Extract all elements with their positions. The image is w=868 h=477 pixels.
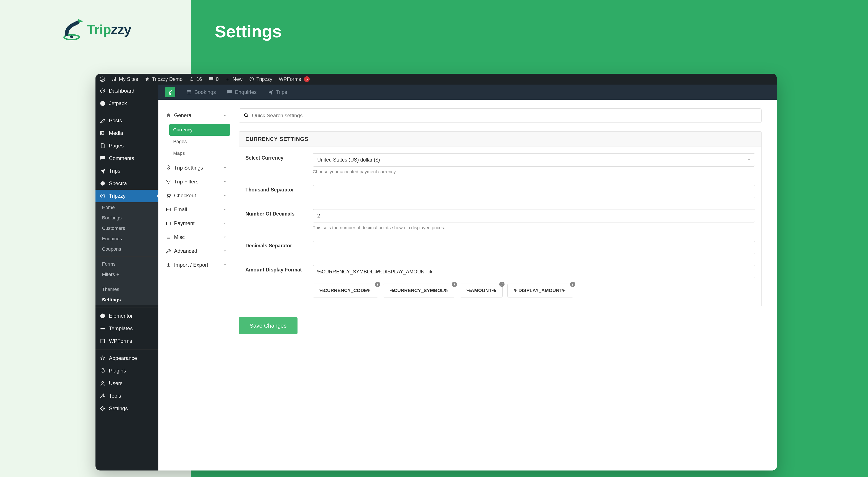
sg-email[interactable]: Email	[163, 203, 230, 216]
svg-rect-11	[101, 339, 104, 343]
svg-point-7	[101, 132, 102, 133]
sidebar-item-appearance[interactable]: Appearance	[95, 352, 158, 365]
subitem-forms[interactable]: Forms	[95, 259, 158, 269]
sidebar-item-jetpack[interactable]: Jetpack	[95, 97, 158, 110]
chevron-up-icon	[223, 113, 227, 117]
subitem-bookings[interactable]: Bookings	[95, 213, 158, 223]
subitem-home[interactable]: Home	[95, 202, 158, 213]
format-chips: %CURRENCY_CODE%i %CURRENCY_SYMBOL%i %AMO…	[313, 283, 755, 298]
chip-amount[interactable]: %AMOUNT%i	[460, 283, 503, 298]
subitem-settings[interactable]: Settings	[95, 295, 158, 305]
info-icon: i	[375, 282, 380, 287]
wp-logo-icon[interactable]	[100, 76, 105, 82]
label-currency: Select Currency	[245, 153, 306, 174]
currency-hint: Choose your accepted payment currency.	[313, 169, 755, 174]
sg-checkout[interactable]: Checkout	[163, 189, 230, 203]
sg-payment[interactable]: Payment	[163, 216, 230, 230]
subitem-customers[interactable]: Customers	[95, 223, 158, 234]
sidebar-item-comments[interactable]: Comments	[95, 152, 158, 165]
svg-point-10	[100, 313, 105, 318]
tab-enquiries[interactable]: Enquiries	[227, 89, 257, 95]
format-input[interactable]	[313, 265, 755, 278]
sg-import-export[interactable]: Import / Export	[163, 258, 230, 272]
chevron-down-icon	[223, 221, 227, 226]
sg-sub-pages[interactable]: Pages	[169, 136, 230, 147]
subitem-coupons[interactable]: Coupons	[95, 244, 158, 254]
subitem-filters[interactable]: Filters +	[95, 269, 158, 280]
currency-select[interactable]: United States (US) dollar ($)	[313, 153, 755, 167]
subitem-themes[interactable]: Themes	[95, 284, 158, 295]
tripzzy-bar-link[interactable]: Tripzzy	[249, 76, 272, 82]
sg-trip-filters[interactable]: Trip Filters	[163, 175, 230, 189]
svg-rect-19	[166, 208, 170, 211]
brand-logo: Tripzzy	[60, 18, 131, 41]
sg-advanced[interactable]: Advanced	[163, 244, 230, 258]
svg-point-13	[102, 408, 103, 409]
sg-trip-settings[interactable]: Trip Settings	[163, 161, 230, 175]
sidebar-item-elementor[interactable]: Elementor	[95, 310, 158, 322]
wpforms-badge: 5	[304, 76, 310, 82]
chip-currency-symbol[interactable]: %CURRENCY_SYMBOL%i	[383, 283, 455, 298]
decimals-hint: This sets the number of decimal points s…	[313, 225, 755, 230]
svg-rect-20	[166, 222, 170, 225]
sidebar-item-wpforms[interactable]: WPForms	[95, 335, 158, 347]
chevron-down-icon	[223, 263, 227, 267]
sg-sub-maps[interactable]: Maps	[169, 147, 230, 159]
site-name-link[interactable]: Tripzzy Demo	[145, 76, 183, 82]
sidebar-item-users[interactable]: Users	[95, 377, 158, 389]
sidebar-item-posts[interactable]: Posts	[95, 114, 158, 127]
tab-bookings[interactable]: Bookings	[186, 89, 216, 95]
subitem-enquiries[interactable]: Enquiries	[95, 234, 158, 244]
sidebar-item-templates[interactable]: Templates	[95, 322, 158, 335]
svg-point-14	[169, 93, 171, 95]
chip-display-amount[interactable]: %DISPLAY_AMOUNT%i	[507, 283, 573, 298]
svg-point-1	[70, 35, 73, 38]
chevron-down-icon	[223, 207, 227, 212]
sidebar-item-tripzzy[interactable]: Tripzzy	[95, 190, 158, 202]
label-decimals: Number Of Decimals	[245, 209, 306, 230]
svg-point-21	[244, 114, 247, 117]
section-heading: CURRENCY SETTINGS	[239, 131, 762, 147]
sidebar-item-tools[interactable]: Tools	[95, 389, 158, 402]
comments-link[interactable]: 0	[209, 76, 219, 82]
brand-mark-icon	[60, 18, 84, 41]
updates-link[interactable]: 16	[189, 76, 202, 82]
sg-sub-currency[interactable]: Currency	[169, 124, 230, 136]
svg-point-8	[100, 181, 105, 185]
sg-misc[interactable]: Misc	[163, 230, 230, 244]
wpforms-bar-link[interactable]: WPForms 5	[279, 76, 310, 82]
app-window: My Sites Tripzzy Demo 16 0 New	[95, 74, 777, 471]
info-icon: i	[499, 282, 504, 287]
search-input[interactable]	[252, 112, 757, 118]
sidebar-item-media[interactable]: Media	[95, 127, 158, 139]
svg-point-16	[168, 167, 169, 168]
dec-sep-input[interactable]	[313, 241, 755, 254]
sidebar-item-settings2[interactable]: Settings	[95, 402, 158, 415]
svg-point-3	[250, 77, 254, 81]
section-body: Select Currency United States (US) dolla…	[239, 147, 762, 306]
chevron-down-icon	[223, 179, 227, 184]
sidebar-item-plugins[interactable]: Plugins	[95, 365, 158, 377]
chevron-down-icon	[743, 154, 755, 166]
new-link[interactable]: New	[225, 76, 243, 82]
tab-trips[interactable]: Trips	[268, 89, 287, 95]
plugin-logo-icon[interactable]	[165, 87, 175, 97]
info-icon: i	[452, 282, 457, 287]
sidebar-item-spectra[interactable]: Spectra	[95, 177, 158, 190]
svg-point-18	[169, 197, 170, 198]
settings-sidebar: General Currency Pages Maps Trip Setting…	[158, 100, 235, 471]
my-sites-link[interactable]: My Sites	[112, 76, 138, 82]
save-button[interactable]: Save Changes	[239, 317, 298, 334]
sidebar-item-dashboard[interactable]: Dashboard	[95, 84, 158, 97]
svg-point-9	[100, 194, 105, 198]
sidebar-item-pages[interactable]: Pages	[95, 139, 158, 152]
thousand-input[interactable]	[313, 185, 755, 198]
sg-general[interactable]: General	[163, 108, 230, 122]
decimals-input[interactable]	[313, 209, 755, 223]
svg-point-12	[102, 381, 104, 383]
chip-currency-code[interactable]: %CURRENCY_CODE%i	[313, 283, 378, 298]
label-format: Amount Display Format	[245, 265, 306, 298]
settings-search[interactable]	[239, 108, 762, 123]
sidebar-item-trips[interactable]: Trips	[95, 165, 158, 177]
label-thousand: Thousand Separator	[245, 185, 306, 198]
